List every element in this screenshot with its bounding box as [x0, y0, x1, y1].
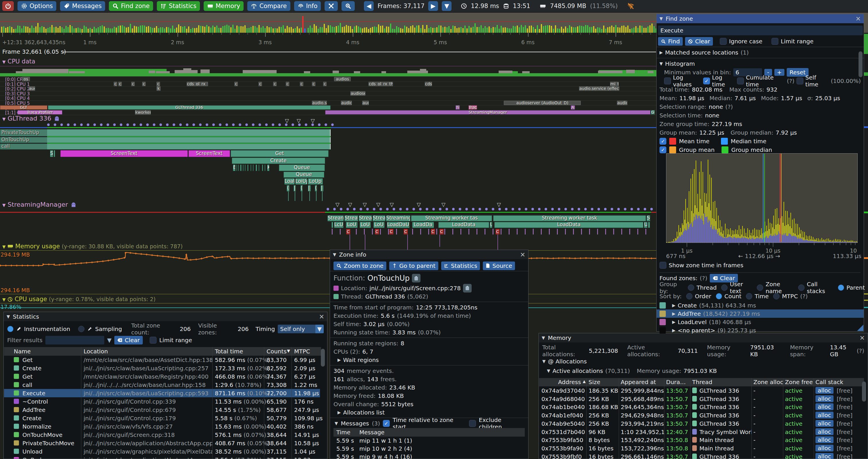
allocations-section-header[interactable]: ▼ @ Allocations [539, 357, 868, 365]
memory-plot[interactable] [0, 252, 658, 292]
group-by-thread[interactable] [688, 285, 694, 291]
cpu-zone[interactable]: G [651, 110, 655, 114]
gl-zone[interactable] [247, 164, 248, 171]
streaming-zone[interactable]: LcU [334, 222, 343, 228]
cpu-zone[interactable]: audioser [350, 91, 365, 96]
gl-zone[interactable]: S [50, 150, 53, 157]
zone-info-titlebar[interactable]: ▼ Zone info✕ [330, 250, 528, 259]
cpu-zone[interactable]: Ti [456, 105, 460, 110]
matched-locations-toggle[interactable]: ▶Matched source locations(1) [657, 48, 864, 57]
mem-col-thread[interactable]: Thread [692, 379, 712, 386]
statistics-window-titlebar[interactable]: ▼ Statistics✕ [4, 312, 327, 321]
stats-col-name[interactable]: Name [14, 348, 31, 355]
cpu-zone[interactable]: Trac [468, 105, 477, 110]
group-by-zone-name[interactable] [757, 285, 763, 291]
found-zone-row[interactable]: ▶AddTree(18,542) 227.19 ms [657, 309, 864, 318]
compare-button[interactable]: Compare [247, 1, 290, 11]
streaming-zone[interactable]: Streaming worker task [493, 215, 646, 221]
streaming-zone[interactable] [332, 222, 333, 228]
cpu-zone[interactable]: mi_t [610, 82, 619, 86]
gl-zone[interactable]: Create [232, 158, 325, 164]
zoom-to-zone-button[interactable]: Zoom to zone [334, 262, 386, 270]
limit-range-checkbox[interactable] [150, 337, 157, 343]
crash-zone[interactable]: C [404, 229, 408, 234]
crash-zone[interactable]: C [439, 229, 444, 234]
gl-zone[interactable] [240, 164, 242, 171]
gl-zone[interactable]: ( [301, 185, 303, 192]
gl-zone[interactable]: ScreenText [60, 150, 188, 157]
memory-row[interactable]: 0x74ab1ef040256 KB294,629,948ns13:50.7GL… [539, 411, 867, 419]
gl-zone[interactable] [54, 150, 55, 157]
cpu-zone[interactable]: c [114, 82, 117, 86]
streaming-zone[interactable]: LoadData [494, 222, 643, 228]
cpu-zone[interactable]: c [142, 82, 146, 86]
zone-end-marker[interactable]: ▽ [311, 118, 315, 124]
messages-button[interactable]: Messages [60, 1, 105, 11]
prev-frame-button[interactable]: ◀ [364, 1, 374, 11]
cpu-zone[interactable]: A [571, 105, 575, 110]
stats-row[interactable]: OnRedrawjni/../jni/src/claw/application/… [4, 456, 320, 459]
cpu-zone[interactable]: c [131, 82, 135, 86]
gl-zone[interactable] [243, 164, 244, 171]
wait-regions-toggle[interactable]: ▶Wait regions [330, 356, 528, 364]
crash-zone[interactable]: C [346, 229, 350, 234]
gl-zone[interactable]: ( [315, 185, 317, 192]
streaming-zone[interactable]: Strea [359, 215, 372, 221]
zoom-tool-button[interactable] [342, 1, 355, 11]
gl-zone[interactable] [265, 164, 266, 171]
fz-limit-range-checkbox[interactable] [772, 38, 778, 45]
cpu-zone[interactable]: audios [334, 77, 351, 81]
ignore-case-checkbox[interactable] [720, 38, 727, 45]
gl-zone[interactable]: K [267, 164, 270, 171]
close-icon[interactable]: ✕ [520, 251, 525, 258]
cpu-zone[interactable]: c [273, 82, 277, 86]
close-icon[interactable]: ✕ [860, 334, 865, 341]
gl-zone-ontouchup[interactable]: OnTouchUp [0, 137, 331, 143]
memory-table-header[interactable]: AddressSizeAppeared atDura…ThreadZone al… [539, 378, 864, 386]
gl-zone[interactable]: ( [287, 185, 289, 192]
stats-row[interactable]: OnTouchMovejni/../jni/src/guif/Screen.cp… [4, 431, 320, 439]
streaming-zone[interactable]: Strea [373, 215, 385, 221]
streaming-zone[interactable]: Strean [328, 215, 344, 221]
find-zone-histogram[interactable] [666, 153, 858, 243]
go-to-parent-button[interactable]: ↑Go to parent [389, 262, 438, 270]
memory-window-titlebar[interactable]: ▼ Memory✕ [539, 333, 868, 342]
zone-end-marker[interactable]: ▽ [390, 202, 394, 207]
sort-by-time[interactable] [746, 293, 752, 299]
stats-row[interactable]: Createjni/../jni/src/claw/base/LuaScript… [4, 364, 320, 372]
filter-input[interactable] [45, 336, 104, 345]
options-button[interactable]: Options [18, 1, 56, 11]
streaming-zone[interactable]: St [647, 215, 650, 221]
gl-zone[interactable]: Queue [279, 164, 325, 171]
zone-end-marker[interactable]: ▽ [417, 202, 421, 207]
gl-zone[interactable] [237, 164, 237, 171]
gl-zone[interactable] [250, 164, 251, 171]
stats-col-location[interactable]: Location [84, 348, 108, 355]
statistics-button[interactable]: Statistics [157, 1, 200, 11]
zone-end-marker[interactable]: ▽ [285, 118, 289, 124]
streaming-zone[interactable]: LoadDa [412, 222, 434, 228]
gl-zone[interactable] [258, 164, 259, 171]
zone-end-marker[interactable]: ▽ [376, 202, 380, 207]
cpu-zone[interactable]: cds_ol_rx_threa [369, 82, 393, 86]
mem-col-appeared-at[interactable]: Appeared at [621, 379, 656, 386]
cpu-zone[interactable]: audioserver (AudioOut_D) [504, 101, 581, 105]
cpu-zone[interactable]: GLThread 336 [48, 105, 331, 110]
memory-plot-header[interactable]: ▼ Memory usage (y-range: 30.88 KB, visib… [2, 243, 183, 250]
streaming-zone[interactable]: Streaming [386, 215, 410, 221]
filter-dropdown-icon[interactable]: ▼ [107, 337, 112, 343]
group-by-call-stacks[interactable] [798, 285, 805, 291]
mem-col-size[interactable]: Size [589, 379, 600, 386]
memory-row[interactable]: 0x7553b9fa9016 bytes153,722,396ns13:50.8… [539, 444, 867, 452]
statistics-scrollbar[interactable] [321, 349, 325, 367]
alloc-callstack-button[interactable]: alloc [815, 420, 834, 427]
frame-dropdown-button[interactable]: ▼ [442, 1, 452, 11]
streaming-zone[interactable]: LoU [373, 222, 384, 228]
streaming-zone[interactable]: LoU [346, 222, 358, 228]
memory-row[interactable]: 0x74a9d37040186.35 KB295,999,844ns13:50.… [539, 386, 867, 395]
sampling-radio[interactable] [78, 326, 85, 332]
sort-by-order[interactable] [686, 293, 692, 299]
memory-row[interactable]: 0x74ab1be040186.68 KB294,645,364ns13:50.… [539, 403, 867, 411]
cpu-zone[interactable]: aud [362, 101, 369, 105]
cpu-zone[interactable]: kworker/ [135, 110, 151, 114]
